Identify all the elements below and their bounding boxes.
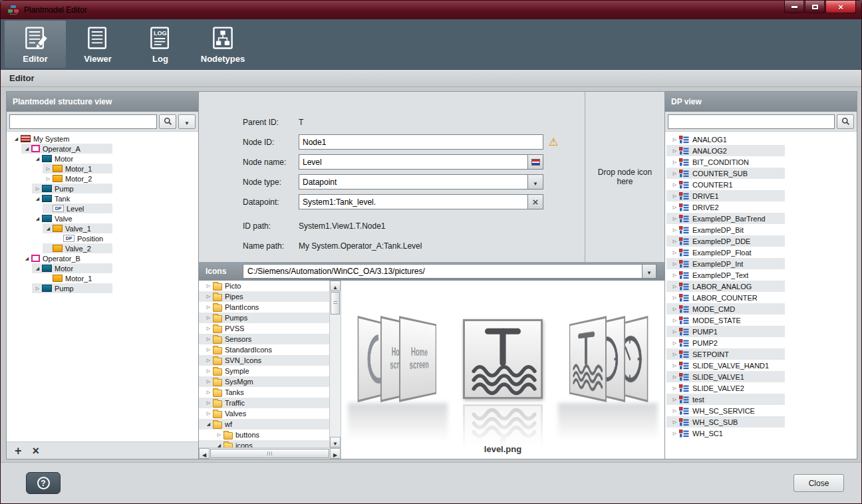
tree-node[interactable]: Pump — [7, 283, 198, 293]
datapoint-item[interactable]: LABOR_COUNTER — [665, 292, 857, 303]
tab-editor[interactable]: Editor — [5, 21, 66, 68]
folder-item[interactable]: StandardIcons — [199, 344, 329, 355]
expand-arrow-icon[interactable] — [670, 239, 679, 244]
expand-arrow-icon[interactable] — [204, 347, 213, 352]
datapoint-item[interactable]: ExampleDP_Int — [665, 258, 857, 269]
carousel-item[interactable] — [569, 316, 607, 402]
expand-arrow-icon[interactable] — [670, 307, 679, 312]
folder-item[interactable]: Symple — [199, 366, 329, 376]
folder-horizontal-scrollbar[interactable] — [199, 447, 341, 459]
tree-node[interactable]: Valve — [7, 213, 198, 223]
tree-node[interactable]: Motor_2 — [7, 174, 198, 184]
datapoint-item[interactable]: ANALOG1 — [665, 134, 857, 145]
expand-arrow-icon[interactable] — [670, 160, 679, 165]
datapoint-item[interactable]: ExampleDP_Bit — [665, 224, 857, 235]
datapoint-item[interactable]: ExampleDP_Float — [665, 247, 857, 258]
add-node-button[interactable]: + — [15, 445, 22, 457]
vertical-scrollbar-track[interactable] — [330, 315, 341, 437]
dp-search-button[interactable] — [837, 114, 854, 129]
expand-arrow-icon[interactable] — [670, 261, 679, 267]
expand-arrow-icon[interactable] — [670, 352, 679, 357]
expand-arrow-icon[interactable] — [670, 431, 679, 436]
tree-node[interactable]: Position — [7, 233, 198, 243]
icons-path-dropdown-button[interactable] — [642, 264, 656, 279]
tree-node[interactable]: Motor_1 — [7, 164, 198, 174]
expand-arrow-icon[interactable] — [670, 137, 679, 142]
datapoint-item[interactable]: PUMP2 — [665, 337, 857, 348]
dp-search-input[interactable] — [668, 114, 835, 129]
tree-node[interactable]: Motor — [7, 263, 198, 273]
expand-arrow-icon[interactable] — [204, 368, 213, 374]
expand-arrow-icon[interactable] — [670, 420, 679, 425]
expand-arrow-icon[interactable] — [204, 305, 213, 310]
horizontal-scrollbar-thumb[interactable] — [210, 449, 329, 458]
datapoint-item[interactable]: COUNTER_SUB — [665, 168, 857, 179]
expand-arrow-icon[interactable] — [204, 315, 213, 320]
tree-node[interactable]: My System — [7, 134, 198, 144]
expand-arrow-icon[interactable] — [204, 400, 213, 406]
tree-node[interactable]: Operator_B — [7, 253, 198, 263]
tree-node[interactable]: Motor — [7, 154, 198, 164]
expand-arrow-icon[interactable] — [33, 216, 42, 221]
clear-datapoint-button[interactable] — [528, 194, 543, 209]
search-options-button[interactable] — [178, 114, 196, 129]
expand-arrow-icon[interactable] — [670, 408, 679, 414]
search-button[interactable] — [159, 114, 176, 129]
datapoint-item[interactable]: COUNTER1 — [665, 179, 857, 190]
datapoint-item[interactable]: DRIVE1 — [665, 190, 857, 201]
expand-arrow-icon[interactable] — [204, 326, 213, 331]
datapoint-item[interactable]: SLIDE_VALVE_HAND1 — [665, 360, 857, 371]
tree-node[interactable]: Pump — [7, 184, 198, 193]
tab-log[interactable]: LOG Log — [130, 21, 191, 68]
folder-item[interactable]: icons — [199, 440, 329, 447]
folder-item[interactable]: buttons — [199, 430, 329, 440]
vertical-scrollbar-thumb[interactable] — [331, 292, 340, 315]
expand-arrow-icon[interactable] — [670, 182, 679, 188]
datapoint-item[interactable]: ExampleDP_BarTrend — [665, 213, 857, 224]
expand-arrow-icon[interactable] — [670, 148, 679, 154]
datapoint-item[interactable]: ExampleDP_Text — [665, 269, 857, 281]
scroll-up-button[interactable] — [330, 281, 341, 291]
expand-arrow-icon[interactable] — [204, 379, 213, 384]
folder-item[interactable]: Traffic — [199, 398, 329, 408]
tab-nodetypes[interactable]: Nodetypes — [192, 21, 253, 68]
expand-arrow-icon[interactable] — [670, 216, 679, 221]
expand-arrow-icon[interactable] — [33, 286, 42, 291]
datapoint-item[interactable]: WH_SC_SERVICE — [665, 405, 857, 416]
tree-node[interactable]: Level — [7, 203, 198, 213]
delete-node-button[interactable]: × — [33, 445, 40, 457]
expand-arrow-icon[interactable] — [670, 250, 679, 255]
expand-arrow-icon[interactable] — [12, 136, 21, 142]
structure-search-input[interactable] — [9, 114, 157, 129]
maximize-button[interactable] — [805, 1, 825, 13]
expand-arrow-icon[interactable] — [33, 266, 42, 271]
folder-item[interactable]: Tanks — [199, 387, 329, 398]
expand-arrow-icon[interactable] — [204, 358, 213, 363]
folder-item[interactable]: Pumps — [199, 313, 329, 323]
node-type-dropdown-button[interactable] — [528, 174, 543, 189]
expand-arrow-icon[interactable] — [44, 166, 53, 172]
scroll-left-button[interactable] — [199, 448, 210, 459]
folder-item[interactable]: PVSS — [199, 323, 329, 334]
scroll-down-button[interactable] — [330, 437, 341, 447]
selected-icon[interactable] — [463, 319, 543, 399]
datapoint-input[interactable] — [299, 194, 528, 209]
expand-arrow-icon[interactable] — [670, 193, 679, 199]
icons-path-input[interactable] — [243, 264, 642, 279]
folder-item[interactable]: Valves — [199, 408, 329, 419]
node-icon-drop-zone[interactable]: Drop node icon here — [585, 92, 664, 262]
expand-arrow-icon[interactable] — [215, 443, 223, 447]
expand-arrow-icon[interactable] — [670, 386, 679, 391]
node-id-input[interactable] — [299, 134, 543, 150]
expand-arrow-icon[interactable] — [670, 227, 679, 233]
folder-item[interactable]: SysMgm — [199, 376, 329, 387]
expand-arrow-icon[interactable] — [33, 196, 42, 201]
folder-item[interactable]: Picto — [199, 281, 329, 291]
node-name-input[interactable] — [299, 154, 528, 170]
expand-arrow-icon[interactable] — [33, 186, 42, 191]
expand-arrow-icon[interactable] — [204, 283, 213, 289]
expand-arrow-icon[interactable] — [670, 171, 679, 176]
datapoint-item[interactable]: DRIVE2 — [665, 201, 857, 213]
folder-item[interactable]: SVN_Icons — [199, 355, 329, 366]
expand-arrow-icon[interactable] — [33, 156, 42, 162]
